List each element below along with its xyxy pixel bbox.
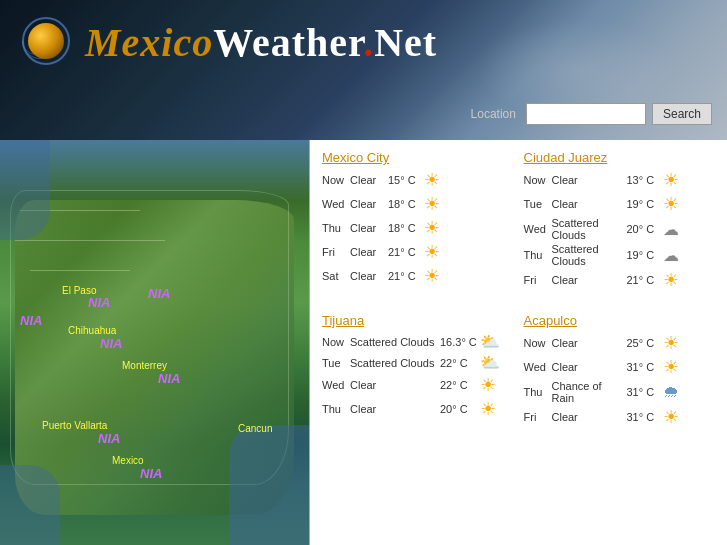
map-label-puertovallarta: Puerto Vallarta: [42, 418, 107, 432]
search-bar: Location Search: [471, 103, 712, 125]
map-label-monterrey: Monterrey: [122, 358, 167, 372]
site-logo: MexicoWeather.Net: [20, 15, 437, 70]
logo-weather: Weather: [213, 20, 363, 65]
location-label: Location: [471, 107, 516, 121]
header: MexicoWeather.Net Location Search: [0, 0, 727, 140]
map-nia-chihuahua: NIA: [100, 336, 122, 351]
sun-icon: ☀: [663, 406, 679, 428]
logo-icon: [20, 15, 75, 70]
city-title-tijuana[interactable]: Tijuana: [322, 313, 514, 328]
weather-row: Fri Clear 21° C ☀: [524, 269, 716, 291]
weather-row: Thu Clear 20° C ☀: [322, 398, 514, 420]
map-nia-puertovallarta: NIA: [98, 431, 120, 446]
weather-row: Wed Scattered Clouds 20° C ☁: [524, 217, 716, 241]
sun-icon: ☀: [424, 241, 440, 263]
weather-row: Now Clear 15° C ☀: [322, 169, 514, 191]
logo-net: Net: [374, 20, 437, 65]
map-nia-west: NIA: [20, 313, 42, 328]
weather-panel: Mexico City Now Clear 15° C ☀ Wed Clear …: [310, 140, 727, 545]
weather-row: Thu Clear 18° C ☀: [322, 217, 514, 239]
map-nia-monterrey: NIA: [158, 371, 180, 386]
weather-row: Sat Clear 21° C ☀: [322, 265, 514, 287]
sun-icon: ☀: [424, 265, 440, 287]
weather-row: Fri Clear 21° C ☀: [322, 241, 514, 263]
map-nia-mexico: NIA: [140, 466, 162, 481]
weather-row: Tue Clear 19° C ☀: [524, 193, 716, 215]
cloud-icon: ⛅: [480, 353, 500, 372]
map-label-cancun: Cancun: [238, 421, 272, 435]
sun-icon: ☀: [663, 169, 679, 191]
sun-icon: ☀: [424, 193, 440, 215]
city-section-acapulco: Acapulco Now Clear 25° C ☀ Wed Clear 31°…: [524, 313, 716, 430]
weather-row: Wed Clear 18° C ☀: [322, 193, 514, 215]
sun-icon: ☀: [480, 398, 496, 420]
map-panel: El Paso NIA Chihuahua NIA NIA Monterrey …: [0, 140, 310, 545]
weather-row: Now Clear 25° C ☀: [524, 332, 716, 354]
location-input[interactable]: [526, 103, 646, 125]
city-title-mexicocity[interactable]: Mexico City: [322, 150, 514, 165]
cloud-icon: ☁: [663, 220, 679, 239]
weather-row: Thu Scattered Clouds 19° C ☁: [524, 243, 716, 267]
city-section-mexicocity: Mexico City Now Clear 15° C ☀ Wed Clear …: [322, 150, 514, 293]
cloud-icon: ⛅: [480, 332, 500, 351]
search-button[interactable]: Search: [652, 103, 712, 125]
city-section-tijuana: Tijuana Now Scattered Clouds 16.3° C ⛅ T…: [322, 313, 514, 430]
map-nia-northeast: NIA: [148, 286, 170, 301]
city-title-acapulco[interactable]: Acapulco: [524, 313, 716, 328]
logo-text: MexicoWeather.Net: [85, 19, 437, 66]
map-label-chihuahua: Chihuahua: [68, 323, 116, 337]
weather-row: Thu Chance of Rain 31° C 🌧: [524, 380, 716, 404]
map-nia-elpaso: NIA: [88, 295, 110, 310]
weather-row: Wed Clear 22° C ☀: [322, 374, 514, 396]
sun-icon: ☀: [424, 169, 440, 191]
main-content: El Paso NIA Chihuahua NIA NIA Monterrey …: [0, 140, 727, 545]
weather-row: Now Scattered Clouds 16.3° C ⛅: [322, 332, 514, 351]
weather-row: Tue Scattered Clouds 22° C ⛅: [322, 353, 514, 372]
map-label-mexico: Mexico: [112, 453, 144, 467]
weather-row: Fri Clear 31° C ☀: [524, 406, 716, 428]
sun-icon: ☀: [663, 356, 679, 378]
city-title-ciudadjuarez[interactable]: Ciudad Juarez: [524, 150, 716, 165]
sun-icon: ☀: [663, 332, 679, 354]
sun-icon: ☀: [663, 269, 679, 291]
sun-icon: ☀: [424, 217, 440, 239]
logo-mexico: Mexico: [85, 20, 213, 65]
weather-row: Wed Clear 31° C ☀: [524, 356, 716, 378]
logo-dot: .: [363, 20, 374, 65]
cloud-icon: ☁: [663, 246, 679, 265]
sun-icon: ☀: [480, 374, 496, 396]
weather-row: Now Clear 13° C ☀: [524, 169, 716, 191]
city-section-ciudadjuarez: Ciudad Juarez Now Clear 13° C ☀ Tue Clea…: [524, 150, 716, 293]
sun-icon: ☀: [663, 193, 679, 215]
rain-icon: 🌧: [663, 383, 679, 401]
